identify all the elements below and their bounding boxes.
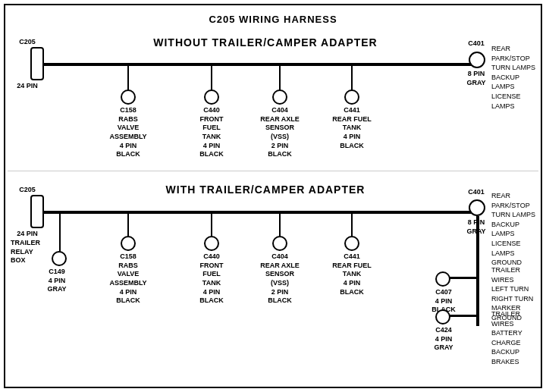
C401-top-sublabel: 8 PINGRAY (463, 70, 490, 87)
C205-bot-label: C205 (12, 186, 42, 195)
C441-top-drop (351, 64, 353, 91)
C401-top-label: C401 (463, 39, 490, 49)
C401-bot-label: C401 (463, 188, 490, 197)
C205-bot-sublabel: 24 PIN (12, 230, 42, 239)
page-title: C205 WIRING HARNESS (0, 8, 546, 25)
section-divider (8, 171, 538, 171)
wire-bot-section2 (42, 211, 478, 214)
C158-top-connector (121, 89, 136, 105)
C440-bot-label: C440FRONT FUELTANK4 PIN BLACK (192, 252, 231, 306)
C404-bot-connector (272, 236, 287, 251)
border (4, 4, 542, 388)
C441-bot-label: C441REAR FUELTANK4 PIN BLACK (332, 252, 372, 296)
C424-connector (435, 309, 450, 325)
C149-drop (59, 211, 61, 252)
C404-top-connector (272, 89, 287, 105)
C404-top-drop (279, 64, 281, 91)
C158-bot-drop (127, 211, 129, 237)
wire-C424-vert (476, 279, 478, 315)
C401-bot-connector (469, 199, 485, 216)
C205-top-sublabel: 24 PIN (12, 82, 42, 91)
C424-label: C4244 PINGRAY (428, 326, 459, 353)
section2-label: WITH TRAILER/CAMPER ADAPTER (121, 183, 410, 196)
C149-connector (52, 251, 67, 266)
wire-top-section1 (42, 63, 478, 66)
C440-top-label: C440FRONT FUELTANK4 PIN BLACK (192, 106, 231, 159)
C424-right-label: TRAILER WIRESBATTERY CHARGEBACKUPBRAKES (491, 309, 543, 367)
C440-top-drop (211, 64, 212, 91)
C441-bot-connector (344, 236, 359, 251)
C205-top-connector (30, 47, 44, 80)
wire-C407-horiz (469, 256, 470, 258)
C401-bot-right-label: REAR PARK/STOPTURN LAMPSBACKUP LAMPSLICE… (491, 191, 543, 268)
trailer-relay-label: TRAILERRELAYBOX (11, 239, 58, 265)
C205-bot-connector (30, 195, 44, 228)
C441-top-label: C441REAR FUELTANK4 PIN BLACK (332, 106, 372, 150)
C404-bot-drop (279, 211, 281, 237)
C401-top-right-label: REAR PARK/STOPTURN LAMPSBACKUP LAMPSLICE… (491, 44, 543, 111)
C440-bot-connector (204, 236, 219, 251)
C404-top-label: C404REAR AXLESENSOR(VSS)2 PIN BLACK (260, 106, 300, 159)
C158-bot-label: C158RABS VALVEASSEMBLY4 PIN BLACK (108, 252, 148, 306)
C441-top-connector (344, 89, 359, 105)
C158-top-drop (127, 64, 129, 91)
C401-top-connector (469, 52, 485, 68)
C441-bot-drop (351, 211, 353, 237)
C404-bot-label: C404REAR AXLESENSOR(VSS)2 PIN BLACK (260, 252, 300, 306)
wire-C407-vert (476, 258, 478, 279)
C158-bot-connector (121, 236, 136, 251)
C407-connector (435, 271, 450, 287)
diagram: C205 WIRING HARNESS WITHOUT TRAILER/CAMP… (0, 0, 546, 379)
C149-label: C1494 PIN GRAY (39, 268, 74, 294)
C158-top-label: C158RABS VALVEASSEMBLY4 PIN BLACK (108, 106, 148, 159)
C440-top-connector (204, 89, 219, 105)
C440-bot-drop (211, 211, 212, 237)
C205-top-label: C205 (12, 38, 42, 47)
section1-label: WITHOUT TRAILER/CAMPER ADAPTER (121, 36, 410, 49)
